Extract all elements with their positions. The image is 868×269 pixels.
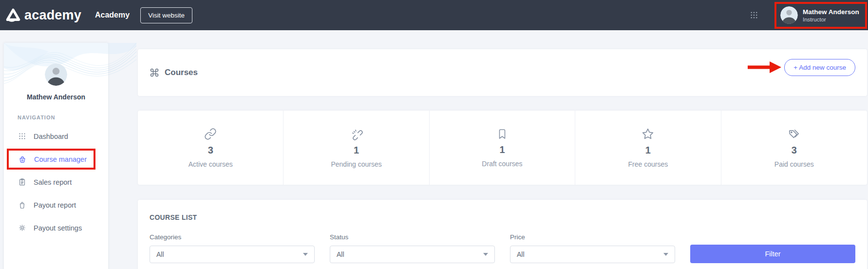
arrow-annotation [748, 60, 783, 74]
filter-price: Price All [510, 233, 675, 263]
stat-value: 1 [499, 144, 505, 155]
stat-value: 1 [354, 145, 359, 156]
logo-text: academy [24, 8, 81, 23]
filter-categories: Categories All [150, 233, 315, 263]
main-panel: Courses + Add new course [138, 30, 867, 269]
page-title: Courses [165, 68, 198, 77]
tags-icon [788, 128, 800, 140]
filter-button[interactable]: Filter [690, 245, 855, 263]
gear-icon [18, 224, 26, 232]
star-icon [642, 128, 654, 140]
grid-dots-icon [18, 132, 26, 140]
apps-grid-icon[interactable] [750, 11, 758, 19]
sidebar-avatar [45, 63, 67, 86]
profile-role: Instructor [803, 17, 859, 22]
stat-label: Free courses [628, 160, 668, 168]
select-value: All [337, 250, 344, 258]
sidebar-item-sales-report[interactable]: Sales report [4, 171, 108, 193]
sidebar: Mathew Anderson NAVIGATION Dashboard [4, 43, 108, 269]
stat-label: Pending courses [331, 160, 381, 168]
chevron-down-icon [483, 253, 488, 256]
site-name: Academy [95, 11, 130, 19]
clipboard-icon [18, 178, 26, 186]
page-title-wrap: Courses [150, 68, 198, 77]
user-profile[interactable]: Mathew Anderson Instructor [780, 6, 859, 24]
bookmark-icon [496, 128, 508, 140]
sidebar-item-label: Dashboard [34, 133, 68, 140]
stat-value: 3 [792, 145, 797, 156]
content-area: Mathew Anderson NAVIGATION Dashboard [0, 30, 868, 269]
sidebar-item-payout-report[interactable]: Payout report [4, 193, 108, 216]
price-select[interactable]: All [510, 246, 675, 263]
filters-row: Categories All Status All Price [150, 233, 855, 263]
command-icon [150, 68, 159, 77]
profile-annotation-box: Mathew Anderson Instructor [774, 2, 867, 29]
basket-icon [18, 155, 27, 164]
academy-logo-icon [6, 8, 20, 22]
stat-free-courses: 1 Free courses [575, 111, 721, 185]
sidebar-item-payout-settings[interactable]: Payout settings [4, 216, 108, 239]
stat-value: 3 [208, 145, 213, 156]
sidebar-item-label: Payout settings [34, 224, 82, 232]
filter-status: Status All [330, 233, 495, 263]
filter-label: Price [510, 233, 675, 241]
link-icon [204, 128, 217, 140]
sidebar-item-label: Payout report [34, 201, 76, 209]
filter-label: Status [330, 233, 495, 241]
add-new-course-button[interactable]: + Add new course [784, 59, 855, 76]
sidebar-item-dashboard[interactable]: Dashboard [4, 125, 108, 148]
bag-icon [18, 201, 26, 209]
broken-link-icon [350, 128, 363, 140]
course-stats-card: 3 Active courses 1 Pending courses [138, 111, 867, 185]
topbar: academy Academy Visit website Mathew And… [0, 0, 868, 30]
stat-active-courses: 3 Active courses [138, 111, 283, 185]
stat-paid-courses: 3 Paid courses [721, 111, 867, 185]
profile-name: Mathew Anderson [803, 8, 859, 16]
select-value: All [517, 250, 525, 258]
course-list-title: COURSE LIST [150, 213, 855, 221]
status-select[interactable]: All [330, 246, 495, 263]
chevron-down-icon [303, 253, 308, 256]
stat-label: Active courses [189, 160, 233, 168]
select-value: All [156, 250, 164, 258]
stat-label: Draft courses [482, 160, 522, 168]
course-list-card: COURSE LIST Categories All Status All [138, 200, 867, 269]
categories-select[interactable]: All [150, 246, 315, 263]
avatar [780, 6, 798, 24]
stat-draft-courses: 1 Draft courses [430, 111, 575, 185]
filter-label: Categories [150, 233, 315, 241]
page-header-card: Courses + Add new course [138, 49, 867, 96]
sidebar-item-label: Sales report [34, 178, 72, 186]
sidebar-item-course-manager[interactable]: Course manager [4, 148, 108, 171]
nav-section-label: NAVIGATION [18, 115, 108, 120]
stat-value: 1 [645, 145, 651, 156]
chevron-down-icon [663, 253, 668, 256]
sidebar-item-label: Course manager [34, 155, 87, 163]
stat-pending-courses: 1 Pending courses [283, 111, 429, 185]
nav-list: Dashboard Course manager [4, 125, 108, 239]
sidebar-user-name: Mathew Anderson [4, 93, 108, 101]
stat-label: Paid courses [774, 160, 814, 168]
logo: academy [6, 8, 81, 23]
visit-website-button[interactable]: Visit website [140, 7, 192, 23]
